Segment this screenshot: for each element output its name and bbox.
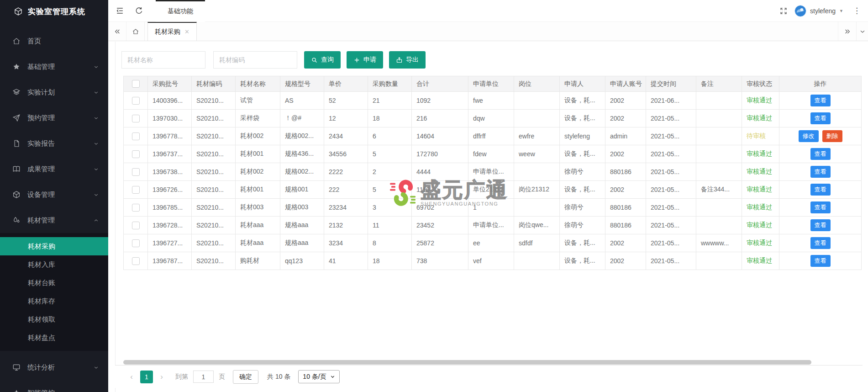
cell-name: 采样袋 — [236, 110, 280, 127]
cell-account: 2002 — [605, 92, 646, 110]
cell-time: 2021-05... — [646, 217, 696, 234]
tab-home-icon[interactable] — [126, 22, 145, 41]
sidebar-item[interactable]: 实验计划 — [0, 83, 108, 101]
cell-remark — [696, 217, 742, 234]
row-checkbox[interactable] — [132, 168, 140, 176]
sidebar-item[interactable]: 统计分析 — [0, 358, 108, 376]
row-checkbox[interactable] — [132, 186, 140, 194]
next-page-icon[interactable]: › — [157, 372, 166, 381]
brand-cube-icon — [14, 7, 23, 16]
cell-time: 2021-05... — [646, 252, 696, 270]
sidebar-item[interactable]: 预约管理 — [0, 109, 108, 127]
brand[interactable]: 实验室管理系统 — [0, 0, 108, 23]
export-button[interactable]: 导出 — [389, 51, 426, 69]
query-button[interactable]: 查询 — [304, 51, 341, 69]
confirm-button[interactable]: 确定 — [233, 370, 258, 384]
page-size-select[interactable]: 10 条/页 — [298, 370, 339, 383]
view-button[interactable]: 查看 — [810, 95, 831, 106]
tabs-dropdown-icon[interactable] — [856, 22, 868, 41]
view-button[interactable]: 查看 — [810, 237, 831, 249]
cell-applicant: 设备，耗... — [560, 92, 605, 110]
cell-price: 3234 — [324, 234, 368, 252]
view-button[interactable]: 查看 — [810, 255, 831, 267]
layers-icon — [12, 88, 21, 96]
apply-button[interactable]: 申请 — [347, 51, 383, 69]
cell-total: 216 — [412, 110, 468, 127]
cell-actions: 查看 — [779, 252, 862, 270]
goto-page-input[interactable] — [193, 371, 214, 383]
view-button[interactable]: 查看 — [810, 219, 831, 231]
horizontal-scrollbar[interactable] — [123, 360, 811, 365]
sidebar-subitem[interactable]: 耗材台账 — [0, 274, 108, 292]
tabs-scroll-left-icon[interactable] — [108, 22, 126, 41]
column-header: 审核状态 — [742, 76, 779, 92]
sidebar-subitem[interactable]: 耗材入库 — [0, 255, 108, 274]
sidebar-item[interactable]: 首页 — [0, 32, 108, 50]
more-options-icon[interactable]: ⋮ — [850, 6, 863, 16]
sidebar-item[interactable]: 智能管控 — [0, 384, 108, 392]
tab-close-icon[interactable]: ✕ — [184, 28, 189, 35]
page-size-value: 10 条/页 — [303, 373, 326, 381]
select-all-checkbox[interactable] — [132, 80, 140, 88]
home-icon — [12, 37, 21, 45]
row-checkbox[interactable] — [132, 150, 140, 158]
cell-account: 880186 — [605, 163, 646, 181]
cell-actions: 查看 — [779, 217, 862, 234]
cell-price: 23234 — [324, 199, 368, 217]
sidebar-item[interactable]: 耗材管理 — [0, 211, 108, 229]
cell-actions: 查看 — [779, 145, 862, 163]
cell-code: S20210... — [192, 110, 236, 127]
sidebar-item[interactable]: 成果管理 — [0, 160, 108, 178]
user-menu[interactable]: stylefeng ▼ — [794, 5, 843, 17]
row-checkbox[interactable] — [132, 204, 140, 212]
data-table: 采购批号耗材编码耗材名称规格型号单价采购数量合计申请单位岗位申请人申请人账号提交… — [123, 76, 862, 270]
sidebar-item[interactable]: 基础管理 — [0, 58, 108, 76]
cell-qty: 6 — [368, 127, 412, 145]
material-code-input[interactable] — [213, 51, 297, 69]
sidebar-subitem[interactable]: 耗材盘点 — [0, 328, 108, 347]
row-checkbox[interactable] — [132, 257, 140, 265]
material-name-input[interactable] — [121, 51, 205, 69]
cell-unit: dqw — [468, 110, 514, 127]
view-button[interactable]: 查看 — [810, 112, 831, 124]
sidebar-item[interactable]: 实验报告 — [0, 134, 108, 153]
search-toolbar: 查询 申请 导出 — [121, 51, 426, 69]
column-header: 采购批号 — [148, 76, 192, 92]
view-button[interactable]: 查看 — [810, 184, 831, 196]
cell-name: 耗材002 — [236, 127, 280, 145]
refresh-icon[interactable] — [129, 0, 148, 22]
cell-status: 审核通过 — [742, 199, 779, 217]
cell-name: 购耗材 — [236, 252, 280, 270]
cell-remark — [696, 127, 742, 145]
cell-batch: 1396737... — [148, 145, 192, 163]
sidebar-subitem[interactable]: 耗材库存 — [0, 292, 108, 310]
tab-consumable-purchase[interactable]: 耗材采购 ✕ — [147, 22, 197, 41]
table-row: 1396726...S20210...耗材001规格00122251110单位2… — [124, 181, 862, 199]
cell-account: 880186 — [605, 199, 646, 217]
cell-post: weew — [514, 145, 560, 163]
row-checkbox[interactable] — [132, 222, 140, 229]
cell-total: 738 — [412, 252, 468, 270]
sidebar-subitem[interactable]: 耗材领取 — [0, 310, 108, 328]
view-button[interactable]: 查看 — [810, 148, 831, 160]
topbar-tab-basic[interactable]: 基础功能 — [156, 0, 205, 22]
current-page-button[interactable]: 1 — [140, 371, 153, 383]
edit-button[interactable]: 修改 — [799, 130, 819, 142]
row-checkbox-cell — [124, 145, 148, 163]
view-button[interactable]: 查看 — [810, 201, 831, 213]
cell-time: 2021-05... — [646, 199, 696, 217]
row-checkbox[interactable] — [132, 97, 140, 105]
delete-button[interactable]: 删除 — [822, 130, 842, 142]
row-checkbox[interactable] — [132, 239, 140, 247]
view-button[interactable]: 查看 — [810, 166, 831, 178]
sidebar-item[interactable]: 设备管理 — [0, 185, 108, 204]
prev-page-icon[interactable]: ‹ — [127, 372, 136, 381]
tabs-scroll-right-icon[interactable] — [838, 22, 856, 41]
cell-spec: 规格001 — [280, 181, 324, 199]
sidebar-subitem[interactable]: 耗材采购 — [0, 237, 108, 255]
row-checkbox[interactable] — [132, 132, 140, 140]
cell-unit: vef — [468, 252, 514, 270]
row-checkbox[interactable] — [132, 115, 140, 122]
menu-collapse-icon[interactable] — [110, 0, 129, 22]
fullscreen-icon[interactable] — [779, 7, 788, 15]
